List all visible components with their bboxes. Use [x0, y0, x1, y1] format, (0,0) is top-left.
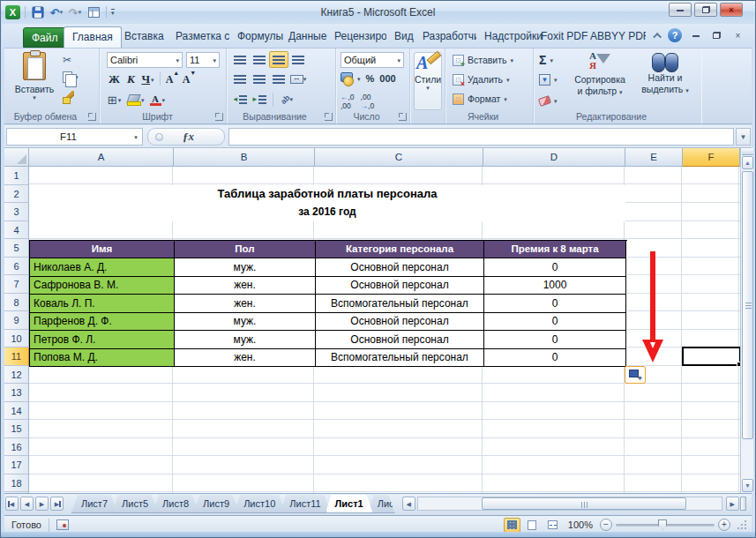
increase-decimal-button[interactable]: ←,0,00 [341, 93, 355, 110]
number-dialog-launcher[interactable] [399, 113, 407, 121]
active-cell-f11[interactable] [682, 347, 741, 366]
table-cell[interactable]: Вспомогательный персонал [316, 349, 484, 368]
table-cell[interactable]: Основной персонал [316, 258, 484, 277]
row-header-1[interactable]: 1 [4, 167, 29, 185]
comma-style-button[interactable]: 000 [379, 73, 395, 84]
zoom-in-button[interactable]: + [718, 519, 730, 531]
decrease-decimal-button[interactable]: ,00→,0 [361, 93, 375, 110]
clear-button[interactable]: ▾ [539, 93, 558, 108]
row-header-18[interactable]: 18 [4, 474, 29, 493]
table-cell[interactable]: 0 [484, 313, 626, 332]
tab-review[interactable]: Рецензиров [326, 26, 386, 48]
align-center-button[interactable] [250, 71, 269, 87]
name-box-resize-handle[interactable] [155, 133, 163, 141]
table-header-cell[interactable]: Имя [30, 241, 175, 259]
copy-button[interactable]: ▾ [63, 71, 79, 83]
decrease-indent-button[interactable] [230, 91, 250, 108]
clipboard-dialog-launcher[interactable] [88, 113, 96, 121]
table-cell[interactable]: муж. [175, 313, 316, 332]
row-header-13[interactable]: 13 [4, 384, 29, 402]
tab-insert[interactable]: Вставка [116, 26, 172, 48]
accounting-format-button[interactable]: ▾ [341, 72, 361, 85]
wrap-text-button[interactable] [288, 51, 308, 68]
table-header-cell[interactable]: Категория персонала [316, 241, 484, 259]
normal-view-button[interactable] [504, 518, 520, 533]
insert-cells-button[interactable]: Вставить▾ [453, 52, 513, 68]
underline-button[interactable]: Ч▾ [140, 71, 155, 87]
vertical-scrollbar[interactable]: ▲ ▼ [740, 148, 753, 493]
percent-style-button[interactable]: % [366, 73, 375, 84]
alignment-dialog-launcher[interactable] [325, 113, 333, 121]
minimize-button[interactable] [669, 3, 692, 17]
table-cell[interactable]: Вспомогательный персонал [316, 295, 484, 313]
workbook-minimize-button[interactable] [688, 29, 703, 41]
tab-file[interactable]: Файл [23, 27, 67, 48]
row-header-17[interactable]: 17 [4, 456, 29, 474]
tab-page-layout[interactable]: Разметка ст [168, 26, 229, 48]
merge-center-button[interactable]: ▾ [288, 71, 308, 87]
paste-button[interactable]: Вставить ▾ [11, 51, 57, 115]
formula-input[interactable] [228, 128, 734, 146]
row-header-5[interactable]: 5 [4, 239, 29, 258]
font-name-select[interactable]: Calibri▾ [107, 52, 183, 68]
increase-indent-button[interactable] [250, 91, 269, 108]
table-header-cell[interactable]: Пол [175, 241, 316, 259]
row-header-15[interactable]: 15 [4, 420, 29, 438]
col-header-f[interactable]: F [683, 148, 740, 167]
table-cell[interactable]: 0 [484, 349, 626, 368]
autofill-options-button[interactable] [625, 366, 646, 384]
table-cell[interactable]: Петров Ф. Л. [30, 331, 175, 349]
row-header-8[interactable]: 8 [4, 294, 29, 312]
col-header-a[interactable]: A [29, 148, 174, 167]
scroll-up-button[interactable]: ▲ [742, 156, 753, 169]
orientation-button[interactable]: ab▾ [277, 91, 296, 108]
page-break-view-button[interactable] [544, 518, 561, 533]
prev-sheet-button[interactable]: ◀ [20, 497, 34, 511]
tab-abbyy-pdf[interactable]: ABBYY PDF 1 [582, 26, 646, 48]
table-cell[interactable]: жен. [175, 349, 316, 368]
col-header-e[interactable]: E [625, 148, 683, 167]
row-header-10[interactable]: 10 [4, 330, 29, 348]
bold-button[interactable]: Ж [107, 71, 122, 87]
collapse-ribbon-icon[interactable] [653, 32, 662, 41]
record-macro-icon[interactable] [56, 519, 69, 530]
table-cell[interactable]: жен. [175, 277, 316, 295]
table-cell[interactable]: Сафронова В. М. [30, 277, 175, 295]
workbook-close-button[interactable]: × [730, 29, 745, 41]
excel-logo-icon[interactable]: X [5, 5, 20, 19]
align-top-button[interactable] [230, 51, 250, 68]
autosum-button[interactable]: Σ▾ [539, 52, 553, 68]
expand-formula-bar-button[interactable]: ▼ [736, 128, 751, 146]
format-cells-button[interactable]: Формат▾ [453, 91, 507, 107]
table-header-cell[interactable]: Премия к 8 марта [484, 241, 626, 259]
table-cell[interactable]: муж. [175, 258, 316, 277]
shrink-font-button[interactable]: А▼ [182, 71, 197, 87]
font-color-button[interactable]: А▾ [150, 92, 166, 108]
table-cell[interactable]: Николаев А. Д. [30, 258, 175, 277]
row-header-4[interactable]: 4 [4, 221, 29, 240]
workbook-restore-button[interactable] [709, 29, 724, 41]
row-header-2[interactable]: 2 [4, 185, 29, 204]
align-bottom-button[interactable] [269, 51, 288, 68]
fill-button[interactable]: ▼▾ [539, 71, 558, 87]
name-box[interactable]: F11 ▾ [6, 128, 143, 146]
align-middle-button[interactable] [250, 51, 269, 68]
save-button[interactable] [30, 5, 46, 20]
tab-home[interactable]: Главная [64, 26, 122, 48]
row-header-14[interactable]: 14 [4, 402, 29, 421]
hscroll-right-button[interactable]: ▶ [726, 497, 739, 511]
row-header-6[interactable]: 6 [4, 258, 29, 276]
resize-grip[interactable] [737, 520, 746, 529]
maximize-button[interactable] [694, 3, 717, 17]
table-cell[interactable]: Основной персонал [316, 277, 484, 295]
scroll-down-button[interactable]: ▼ [742, 479, 753, 492]
delete-cells-button[interactable]: Удалить▾ [453, 71, 510, 87]
vertical-scroll-thumb[interactable] [742, 171, 753, 439]
table-cell[interactable]: муж. [175, 331, 316, 349]
sheet-tab-list1-active[interactable]: Лист1 [326, 495, 373, 513]
hscroll-left-button[interactable]: ◀ [402, 497, 415, 511]
table-cell[interactable]: 1000 [484, 277, 626, 295]
last-sheet-button[interactable]: ▶ [50, 497, 64, 511]
next-sheet-button[interactable]: ▶ [35, 497, 49, 511]
find-select-button[interactable]: Найти ивыделить ▾ [634, 51, 696, 118]
